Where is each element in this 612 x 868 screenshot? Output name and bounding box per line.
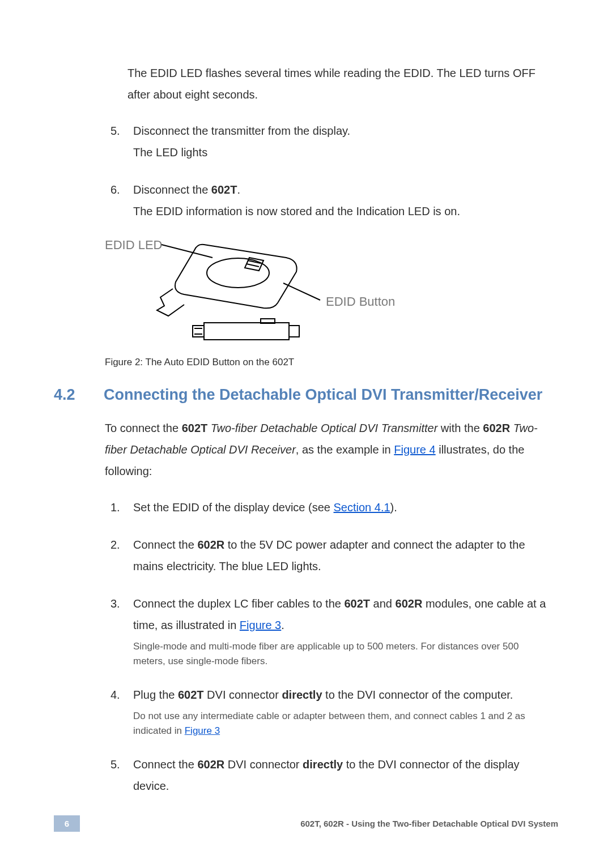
device-illustration: [150, 238, 332, 348]
list-item: 6. Disconnect the 602T. The EDID informa…: [105, 179, 552, 222]
figure-caption: Figure 2: The Auto EDID Button on the 60…: [105, 357, 552, 368]
link-figure-3[interactable]: Figure 3: [240, 619, 281, 631]
svg-rect-6: [193, 326, 204, 337]
list-text: Disconnect the: [133, 183, 211, 196]
bold-text: 602T: [344, 597, 370, 610]
list-item: 4. Plug the 602T DVI connector directly …: [105, 684, 552, 738]
list-text: to the DVI connector of the computer.: [322, 689, 513, 701]
list-text: Connect the: [133, 758, 197, 771]
list-item: 5. Disconnect the transmitter from the d…: [105, 120, 552, 163]
bold-text: 602R: [396, 597, 423, 610]
figure-label-edid-button: EDID Button: [326, 294, 395, 309]
list-text: Connect the: [133, 538, 197, 551]
list-number: 1.: [110, 497, 120, 518]
list-text: .: [281, 619, 284, 631]
page-number-badge: 6: [54, 815, 80, 832]
page: The EDID LED flashes several times while…: [0, 0, 612, 868]
link-figure-3[interactable]: Figure 3: [185, 725, 220, 736]
list-item: 1. Set the EDID of the display device (s…: [105, 497, 552, 518]
list-text: Disconnect the transmitter from the disp…: [133, 125, 350, 137]
list-text: and: [370, 597, 395, 610]
paragraph: To connect the 602T Two-fiber Detachable…: [105, 417, 552, 482]
list-number: 5.: [110, 120, 120, 142]
figure-2: EDID LED EDID Button: [105, 238, 552, 351]
list-text: Set the EDID of the display device (see: [133, 501, 334, 514]
list-text: The LED lights: [133, 146, 207, 159]
list-number: 3.: [110, 593, 120, 614]
svg-rect-7: [289, 326, 299, 337]
list-text: The EDID information is now stored and t…: [133, 205, 460, 217]
svg-rect-5: [204, 323, 289, 340]
link-section-4-1[interactable]: Section 4.1: [334, 501, 390, 514]
list-number: 4.: [110, 684, 120, 705]
footer-title: 602T, 602R - Using the Two-fiber Detacha…: [300, 819, 558, 828]
svg-line-4: [283, 283, 320, 300]
ordered-list-b: 1. Set the EDID of the display device (s…: [105, 497, 552, 797]
italic-text: Two-fiber Detachable Optical DVI Transmi…: [211, 422, 438, 434]
intro-paragraph: The EDID LED flashes several times while…: [128, 62, 552, 105]
ordered-list-a: 5. Disconnect the transmitter from the d…: [105, 120, 552, 222]
list-text: .: [237, 183, 240, 196]
svg-line-0: [162, 245, 212, 258]
main-content: The EDID LED flashes several times while…: [105, 62, 552, 368]
bold-text: 602R: [483, 422, 510, 434]
bold-text: directly: [303, 758, 343, 771]
section-heading-4-2: 4.2 Connecting the Detachable Optical DV…: [54, 385, 558, 405]
list-number: 6.: [110, 179, 120, 200]
list-text: DVI connector: [224, 758, 303, 771]
bold-text: 602T: [178, 689, 204, 701]
text: with the: [437, 422, 483, 434]
note-text: Do not use any intermediate cable or ada…: [133, 709, 552, 738]
list-number: 5.: [110, 754, 120, 775]
bold-text: 602T: [182, 422, 208, 434]
bold-text: 602T: [211, 183, 237, 196]
svg-line-3: [246, 264, 259, 267]
list-text: ).: [390, 501, 397, 514]
list-number: 2.: [110, 534, 120, 555]
bold-text: 602R: [197, 758, 224, 771]
list-item: 5. Connect the 602R DVI connector direct…: [105, 754, 552, 797]
list-item: 3. Connect the duplex LC fiber cables to…: [105, 593, 552, 668]
section-body: To connect the 602T Two-fiber Detachable…: [105, 417, 552, 797]
section-number: 4.2: [54, 385, 104, 404]
link-figure-4[interactable]: Figure 4: [394, 443, 435, 456]
list-text: Connect the duplex LC fiber cables to th…: [133, 597, 344, 610]
text: To connect the: [105, 422, 182, 434]
page-footer: 6 602T, 602R - Using the Two-fiber Detac…: [54, 815, 558, 832]
list-text: Plug the: [133, 689, 178, 701]
list-text: DVI connector: [204, 689, 282, 701]
text: , as the example in: [296, 443, 394, 456]
bold-text: directly: [282, 689, 322, 701]
note-text: Single-mode and multi-mode fiber are app…: [133, 639, 552, 668]
bold-text: 602R: [197, 538, 224, 551]
list-item: 2. Connect the 602R to the 5V DC power a…: [105, 534, 552, 577]
section-title: Connecting the Detachable Optical DVI Tr…: [104, 385, 542, 405]
